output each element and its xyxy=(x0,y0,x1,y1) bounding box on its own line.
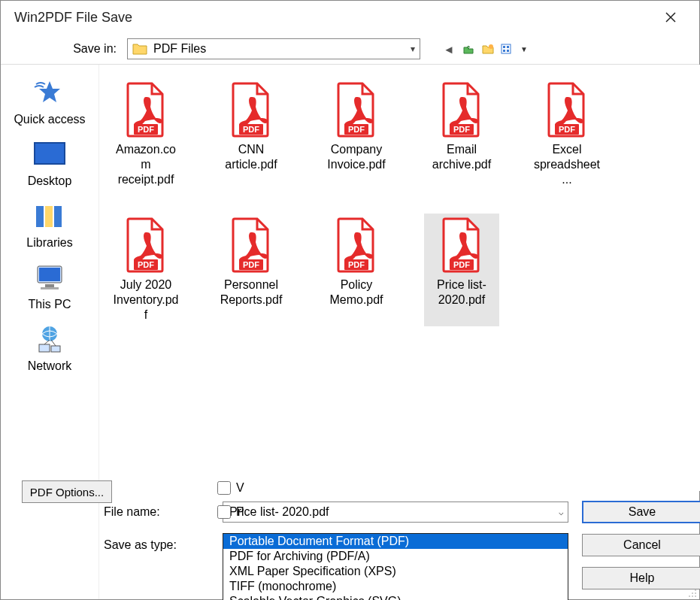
file-name-label: Excel spreadsheet... xyxy=(533,142,601,187)
up-icon[interactable] xyxy=(461,41,476,56)
svg-rect-2 xyxy=(503,46,505,48)
places-sidebar: Quick access Desktop Libraries This PC xyxy=(1,65,99,599)
close-button[interactable] xyxy=(656,2,686,32)
view-menu-chevron-icon[interactable]: ▼ xyxy=(517,41,532,56)
file-save-dialog: Win2PDF File Save Save in: PDF Files ▾ ◄ xyxy=(0,0,700,600)
view-menu-icon[interactable] xyxy=(500,41,515,56)
file-item[interactable]: PDF Excel spreadsheet... xyxy=(529,78,605,191)
svg-rect-5 xyxy=(507,50,509,52)
new-folder-icon[interactable] xyxy=(480,41,495,56)
file-name-label: CNN article.pdf xyxy=(217,142,285,172)
svg-text:PDF: PDF xyxy=(138,260,154,269)
main-area: PDF Amazon.com receipt.pdf PDF CNN artic… xyxy=(99,65,700,599)
file-item[interactable]: PDF July 2020 Inventory.pdf xyxy=(108,214,183,326)
file-name-label: Personnel Reports.pdf xyxy=(217,277,285,308)
svg-text:PDF: PDF xyxy=(348,125,365,134)
resize-grip-icon[interactable] xyxy=(687,587,698,598)
location-toolbar: Save in: PDF Files ▾ ◄ ▼ xyxy=(1,34,699,64)
window-title: Win2PDF File Save xyxy=(14,10,132,26)
sidebar-item-network[interactable]: Network xyxy=(1,325,98,373)
save-in-label: Save in: xyxy=(46,42,121,56)
back-icon[interactable]: ◄ xyxy=(441,41,456,56)
chevron-down-icon: ▾ xyxy=(411,44,415,54)
sidebar-item-label: Desktop xyxy=(28,174,72,188)
save-as-type-dropdown[interactable]: Portable Document Format (PDF)PDF for Ar… xyxy=(223,533,568,600)
this-pc-icon xyxy=(32,263,68,293)
file-name-field-wrap: ⌵ xyxy=(223,502,568,523)
location-combo[interactable]: PDF Files ▾ xyxy=(127,38,420,59)
svg-text:PDF: PDF xyxy=(453,260,470,269)
sidebar-item-libraries[interactable]: Libraries xyxy=(1,202,98,250)
type-option[interactable]: XML Paper Specification (XPS) xyxy=(223,564,568,579)
close-icon xyxy=(665,12,676,23)
view-checkbox-label: V xyxy=(236,481,244,495)
sidebar-item-this-pc[interactable]: This PC xyxy=(1,263,98,311)
file-name-label: July 2020 Inventory.pdf xyxy=(112,277,180,323)
location-text: PDF Files xyxy=(153,42,206,56)
file-item[interactable]: PDF CNN article.pdf xyxy=(214,78,289,191)
svg-text:PDF: PDF xyxy=(243,260,259,269)
network-icon xyxy=(32,325,68,355)
svg-rect-1 xyxy=(502,44,511,53)
svg-text:PDF: PDF xyxy=(559,125,575,134)
type-option[interactable]: Portable Document Format (PDF) xyxy=(223,534,568,549)
svg-point-0 xyxy=(489,44,493,49)
sidebar-item-label: This PC xyxy=(29,298,71,311)
folder-icon xyxy=(132,42,147,56)
file-name-label: Company Invoice.pdf xyxy=(323,142,390,172)
file-item[interactable]: PDF Company Invoice.pdf xyxy=(319,78,394,191)
svg-line-19 xyxy=(51,340,56,346)
type-option[interactable]: PDF for Archiving (PDF/A) xyxy=(223,549,568,564)
print-checkbox-row: P xyxy=(214,503,244,521)
svg-text:PDF: PDF xyxy=(243,125,259,134)
file-name-label: Price list- 2020.pdf xyxy=(428,277,495,308)
svg-rect-14 xyxy=(41,287,59,289)
type-option[interactable]: TIFF (monochrome) xyxy=(223,579,568,594)
file-item[interactable]: PDF Email archive.pdf xyxy=(424,78,499,191)
view-checkbox-row: V xyxy=(214,479,244,497)
svg-text:PDF: PDF xyxy=(348,260,365,269)
sidebar-item-label: Quick access xyxy=(14,113,85,126)
file-name-label: File name: xyxy=(104,505,209,519)
libraries-icon xyxy=(32,202,68,232)
file-item[interactable]: PDF Policy Memo.pdf xyxy=(319,214,394,326)
print-checkbox-label: P xyxy=(236,505,244,519)
pdf-options-button[interactable]: PDF Options... xyxy=(22,480,112,503)
sidebar-item-quick-access[interactable]: Quick access xyxy=(1,78,98,126)
type-option[interactable]: Scalable Vector Graphics (SVG) xyxy=(223,594,568,600)
svg-rect-4 xyxy=(503,50,505,52)
svg-rect-10 xyxy=(54,206,62,227)
file-item[interactable]: PDF Personnel Reports.pdf xyxy=(214,214,289,326)
pdf-options-area: PDF Options... xyxy=(22,480,112,503)
sidebar-item-label: Network xyxy=(28,359,72,373)
svg-rect-6 xyxy=(35,143,65,164)
svg-rect-17 xyxy=(51,346,60,352)
bottom-panel: File name: ⌵ Save Save as type: Portable… xyxy=(99,491,700,599)
body-area: Quick access Desktop Libraries This PC xyxy=(1,64,699,599)
file-name-label: Amazon.com receipt.pdf xyxy=(112,142,180,187)
save-button[interactable]: Save xyxy=(582,501,700,523)
svg-rect-16 xyxy=(39,344,50,352)
svg-rect-9 xyxy=(45,206,53,227)
sidebar-item-desktop[interactable]: Desktop xyxy=(1,140,98,188)
svg-rect-8 xyxy=(36,206,44,227)
title-bar: Win2PDF File Save xyxy=(1,1,699,34)
view-checkbox[interactable] xyxy=(217,481,231,495)
nav-icons: ◄ ▼ xyxy=(441,41,532,56)
desktop-icon xyxy=(32,140,68,170)
print-checkbox[interactable] xyxy=(217,505,231,519)
help-button[interactable]: Help xyxy=(582,567,700,589)
file-item[interactable]: PDF Amazon.com receipt.pdf xyxy=(108,78,183,191)
file-list[interactable]: PDF Amazon.com receipt.pdf PDF CNN artic… xyxy=(99,65,700,491)
svg-rect-12 xyxy=(39,268,60,281)
file-name-label: Policy Memo.pdf xyxy=(323,277,390,308)
cancel-button[interactable]: Cancel xyxy=(582,534,700,556)
file-item[interactable]: PDF Price list- 2020.pdf xyxy=(424,214,499,326)
sidebar-item-label: Libraries xyxy=(26,236,72,250)
svg-rect-13 xyxy=(45,284,54,287)
svg-rect-3 xyxy=(507,46,509,48)
save-as-type-label: Save as type: xyxy=(104,538,209,552)
file-name-input[interactable] xyxy=(223,502,568,523)
svg-text:PDF: PDF xyxy=(453,125,470,134)
file-name-label: Email archive.pdf xyxy=(428,142,495,172)
